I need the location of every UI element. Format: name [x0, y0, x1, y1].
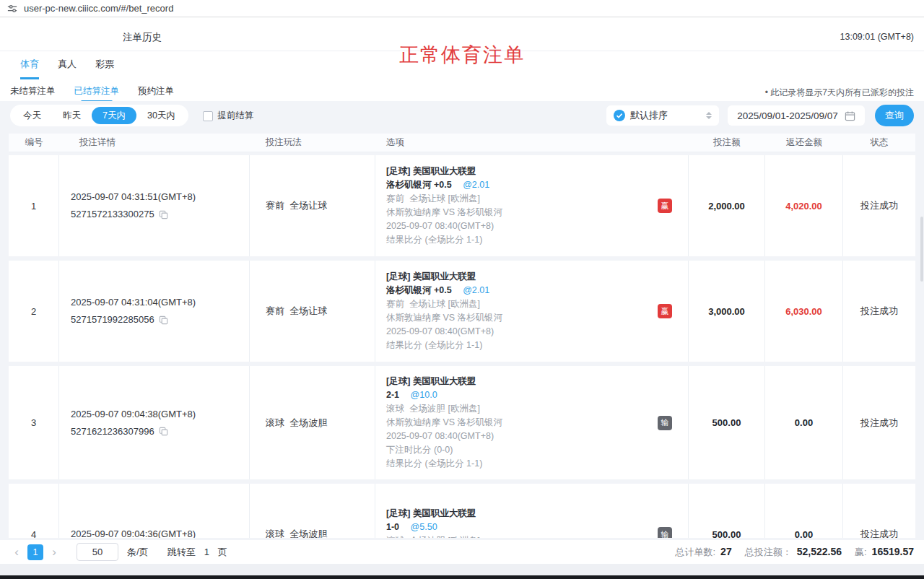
table-row: 1 2025-09-07 04:31:51(GMT+8) 52715721333… [9, 155, 915, 256]
total-count-value: 27 [720, 546, 732, 557]
result-badge: 输 [658, 527, 672, 538]
bet-status: 投注成功 [843, 261, 915, 362]
range-7days-button[interactable]: 7天内 [92, 107, 136, 124]
option-line: 滚球 全场波胆 [欧洲盘] [386, 534, 502, 538]
row-number: 2 [9, 261, 59, 362]
bet-id: 5271621236307996 [71, 423, 154, 440]
jump-label: 跳转至 [167, 546, 196, 559]
scrollbar-thumb[interactable] [920, 217, 923, 282]
search-button[interactable]: 查询 [875, 105, 914, 126]
prev-page-icon[interactable]: ‹ [10, 546, 23, 558]
option-line: 休斯敦迪纳摩 VS 洛杉矶银河 [386, 416, 502, 430]
play-type: 滚球 全场波胆 [250, 484, 375, 538]
page-size-input[interactable] [77, 543, 118, 561]
next-page-icon[interactable]: › [48, 546, 61, 558]
row-number: 3 [9, 366, 59, 479]
page-title: 注单历史 [123, 31, 162, 44]
early-settle-label: 提前结算 [217, 110, 253, 122]
bet-time: 2025-09-07 04:31:04(GMT+8) [71, 294, 196, 311]
result-badge: 赢 [658, 199, 672, 213]
record-note: • 此记录将显示7天内所有已派彩的投注 [765, 87, 914, 99]
totals-summary: 总计单数: 27 总投注额： 52,522.56 赢: 16519.57 [675, 546, 914, 559]
current-page-button[interactable]: 1 [27, 544, 43, 560]
early-settle-checkbox[interactable]: 提前结算 [203, 110, 253, 122]
subtab-settled[interactable]: 已结算注单 [74, 85, 120, 103]
range-today-button[interactable]: 今天 [12, 107, 52, 124]
tab-live-casino[interactable]: 真人 [58, 58, 77, 79]
col-header-no: 编号 [9, 136, 59, 149]
range-yesterday-button[interactable]: 昨天 [52, 107, 92, 124]
total-stake-value: 52,522.56 [797, 546, 842, 557]
league-name: [足球] 美国职业大联盟 [386, 270, 476, 284]
option-line: 下注时比分 (0-0) [386, 443, 502, 457]
pick-selection: 1-0 [386, 522, 399, 532]
option-line: 2025-09-07 08:40(GMT+8) [386, 325, 502, 339]
play-type: 赛前 全场让球 [250, 261, 375, 362]
option-line: 赛前 全场让球 [欧洲盘] [386, 297, 502, 311]
tab-lottery[interactable]: 彩票 [95, 58, 114, 79]
league-name: [足球] 美国职业大联盟 [386, 165, 476, 178]
payout-amount: 4,020.00 [765, 155, 843, 256]
bet-id: 5271571992285056 [71, 311, 154, 328]
col-header-status: 状态 [843, 136, 915, 149]
table-body: 1 2025-09-07 04:31:51(GMT+8) 52715721333… [9, 152, 915, 538]
check-circle-icon [614, 110, 625, 121]
odds-value: @5.50 [411, 522, 437, 532]
bottom-strip [0, 564, 924, 575]
table-row: 3 2025-09-07 09:04:38(GMT+8) 52716212363… [9, 366, 915, 479]
sort-arrows-icon [706, 112, 712, 119]
bet-table: 编号 投注详情 投注玩法 选项 投注额 返还金额 状态 1 2025-09-07… [9, 134, 915, 538]
option-cell: [足球] 美国职业大联盟 洛杉矶银河 +0.5 @2.01 赛前 全场让球 [欧… [375, 155, 689, 256]
bet-detail-cell: 2025-09-07 09:04:36(GMT+8) [59, 484, 250, 538]
option-line: 2025-09-07 08:40(GMT+8) [386, 430, 502, 443]
payout-amount: 6,030.00 [765, 261, 843, 362]
option-line: 结果比分 (全场比分 1-1) [386, 457, 502, 471]
league-name: [足球] 美国职业大联盟 [386, 507, 476, 521]
bet-time: 2025-09-07 09:04:38(GMT+8) [71, 406, 196, 423]
option-line: 结果比分 (全场比分 1-1) [386, 339, 502, 352]
date-range-picker[interactable]: 2025/09/01-2025/09/07 [728, 105, 865, 126]
url-text[interactable]: user-pc-new.ciiicc.com/#/bet_record [24, 3, 173, 14]
play-type: 滚球 全场波胆 [250, 366, 375, 479]
jump-page-value[interactable]: 1 [204, 547, 209, 557]
option-lines: 滚球 全场波胆 [欧洲盘]休斯敦迪纳摩 VS 洛杉矶银河2025-09-07 0… [386, 402, 502, 471]
option-cell: [足球] 美国职业大联盟 1-0 @5.50 滚球 全场波胆 [欧洲盘]休斯敦迪… [375, 484, 689, 538]
option-line: 结果比分 (全场比分 1-1) [386, 233, 502, 247]
sort-select[interactable]: 默认排序 [606, 105, 719, 126]
pager: ‹ 1 › 条/页 跳转至 1 页 [10, 543, 227, 561]
tab-sports[interactable]: 体育 [20, 58, 39, 79]
stake-amount: 500.00 [689, 484, 765, 538]
payout-amount: 0.00 [765, 366, 843, 479]
server-clock: 13:09:01 (GMT+8) [840, 32, 914, 42]
copy-icon[interactable] [159, 427, 168, 436]
option-cell: [足球] 美国职业大联盟 洛杉矶银河 +0.5 @2.01 赛前 全场让球 [欧… [375, 261, 689, 362]
range-30days-button[interactable]: 30天内 [136, 107, 186, 124]
pick-selection: 洛杉矶银河 +0.5 [386, 285, 452, 295]
subtab-unsettled[interactable]: 未结算注单 [10, 85, 56, 103]
total-win-value: 16519.57 [872, 546, 914, 557]
checkbox-icon[interactable] [203, 111, 213, 121]
odds-value: @2.01 [463, 285, 489, 295]
bet-time: 2025-09-07 04:31:51(GMT+8) [71, 188, 196, 206]
stake-amount: 500.00 [689, 366, 765, 479]
site-settings-icon[interactable] [7, 4, 17, 14]
main-tabs: 体育 真人 彩票 [20, 58, 114, 79]
col-header-stake: 投注额 [689, 136, 765, 149]
bet-detail-cell: 2025-09-07 04:31:51(GMT+8) 5271572133300… [59, 155, 250, 256]
per-page-label: 条/页 [127, 546, 149, 559]
odds-value: @10.0 [411, 390, 437, 400]
bet-status: 投注成功 [843, 155, 915, 256]
option-line: 2025-09-07 08:40(GMT+8) [386, 219, 502, 233]
subtab-reserved[interactable]: 预约注单 [138, 85, 174, 103]
option-lines: 滚球 全场波胆 [欧洲盘]休斯敦迪纳摩 VS 洛杉矶银河 [386, 534, 502, 538]
col-header-payout: 返还金额 [765, 136, 843, 149]
bet-status: 投注成功 [843, 366, 915, 479]
bet-detail-cell: 2025-09-07 04:31:04(GMT+8) 5271571992285… [59, 261, 250, 362]
sort-value: 默认排序 [630, 109, 668, 122]
stake-amount: 3,000.00 [689, 261, 765, 362]
pagination-footer: ‹ 1 › 条/页 跳转至 1 页 总计单数: 27 总投注额： 52,522.… [0, 540, 924, 564]
option-lines: 赛前 全场让球 [欧洲盘]休斯敦迪纳摩 VS 洛杉矶银河2025-09-07 0… [386, 297, 502, 352]
copy-icon[interactable] [159, 315, 168, 325]
copy-icon[interactable] [159, 210, 168, 219]
date-range-value: 2025/09/01-2025/09/07 [737, 110, 838, 121]
